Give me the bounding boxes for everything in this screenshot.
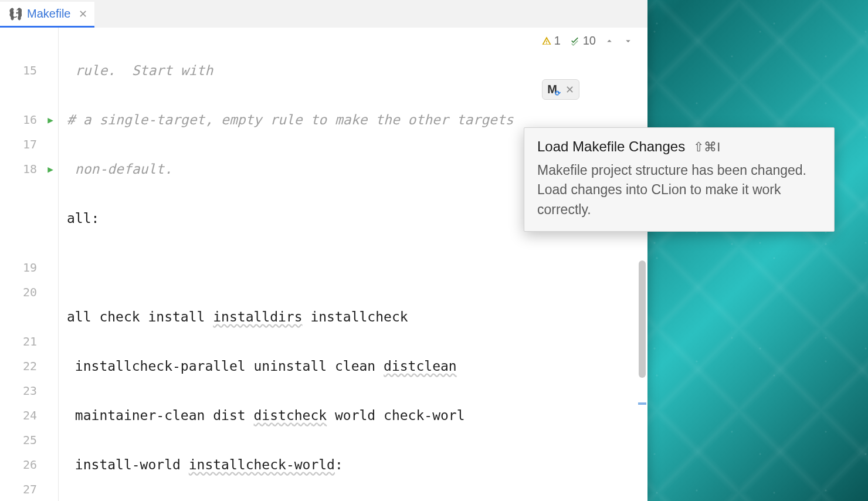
tooltip-body: Makefile project structure has been chan… [537, 161, 821, 219]
code-target: all [67, 211, 91, 226]
gutter-line[interactable]: 26 [0, 452, 58, 477]
scrollbar-mark[interactable] [638, 402, 646, 405]
svg-point-0 [12, 12, 13, 13]
gutter-line[interactable]: 21 [0, 329, 58, 354]
warning-icon [541, 36, 552, 46]
close-icon[interactable]: ✕ [565, 83, 574, 96]
gutter-line[interactable]: 27 [0, 477, 58, 501]
ok-badge[interactable]: 10 [569, 34, 596, 48]
gutter-line[interactable] [0, 206, 58, 231]
gutter-line[interactable] [0, 304, 58, 329]
makefile-reload-badge[interactable]: M ⟳ ✕ [542, 79, 579, 100]
tooltip-shortcut: ⇧⌘I [693, 140, 720, 155]
gutter-line[interactable]: 18▶ [0, 157, 58, 181]
gutter-line[interactable]: 16▶ [0, 107, 58, 132]
next-highlight-icon[interactable] [623, 36, 633, 46]
gutter-line[interactable]: 22 [0, 354, 58, 378]
editor-window: Makefile ✕ 1 10 M ⟳ ✕ 15 16▶ [0, 0, 647, 501]
scrollbar-thumb[interactable] [639, 260, 646, 378]
close-icon[interactable]: ✕ [79, 8, 87, 21]
tab-bar: Makefile ✕ [0, 0, 647, 28]
gutter-line[interactable] [0, 231, 58, 255]
tooltip-title: Load Makefile Changes [537, 138, 685, 155]
check-icon [569, 35, 581, 47]
svg-point-1 [16, 12, 18, 13]
tab-label: Makefile [27, 7, 70, 21]
inspection-hints: 1 10 [541, 34, 633, 48]
scrollbar-track[interactable] [638, 55, 647, 501]
warning-badge[interactable]: 1 [541, 34, 561, 48]
gutter-line[interactable]: 15 [0, 58, 58, 83]
code-comment: non-default. [67, 161, 172, 177]
gutter-line[interactable]: 17 [0, 132, 58, 157]
gutter: 15 16▶ 17 18▶ 19 20 21 22 23 24 25 26 27 [0, 28, 59, 501]
load-makefile-tooltip: Load Makefile Changes ⇧⌘I Makefile proje… [524, 127, 835, 232]
code-comment: # a single-target, empty rule to make th… [67, 112, 514, 127]
gutter-line[interactable]: 24 [0, 403, 58, 428]
fold-arrow-icon[interactable]: ▶ [48, 114, 53, 126]
gutter-line[interactable] [0, 181, 58, 206]
code-comment: rule. Start with [67, 63, 213, 78]
gutter-line[interactable]: 23 [0, 378, 58, 403]
tab-makefile[interactable]: Makefile ✕ [0, 2, 94, 28]
prev-highlight-icon[interactable] [604, 36, 615, 46]
makefile-sync-icon: M ⟳ [547, 83, 557, 96]
gutter-line[interactable] [0, 33, 58, 58]
gutter-line[interactable] [0, 83, 58, 107]
gutter-line[interactable]: 25 [0, 428, 58, 452]
gnu-icon [7, 6, 22, 22]
fold-arrow-icon[interactable]: ▶ [48, 164, 53, 175]
gutter-line[interactable]: 20 [0, 280, 58, 304]
gutter-line[interactable]: 19 [0, 255, 58, 280]
